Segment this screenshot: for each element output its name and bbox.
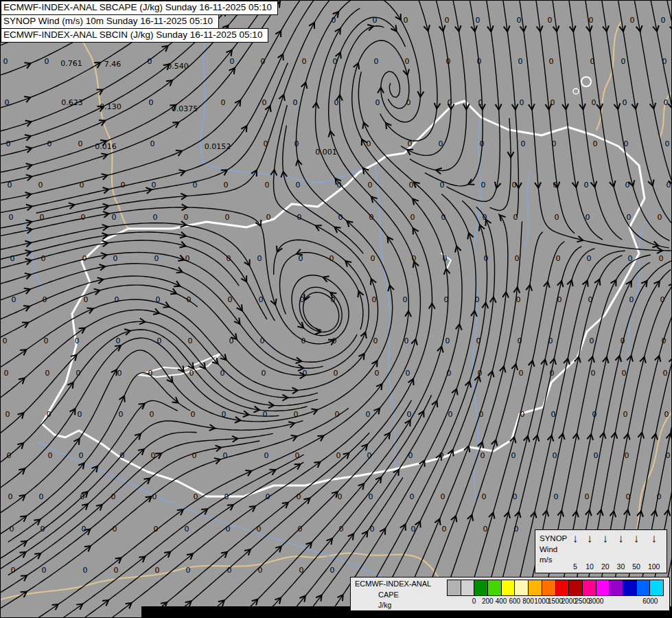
station-value-zero: 0 [658, 213, 662, 222]
station-value-zero: 0 [302, 57, 307, 66]
wind-arrow-icon: ↓ [618, 533, 624, 545]
wind-legend-labels: SYNOP Wind m/s [535, 530, 568, 573]
station-value-zero: 0 [590, 336, 594, 345]
cape-color-cell [649, 580, 664, 596]
streamline [1, 285, 198, 341]
cape-color-cell [582, 580, 596, 596]
station-value-zero: 0 [114, 566, 119, 575]
cape-legend-labels: ECMWF-INDEX-ANAL CAPE J/kg [351, 577, 445, 610]
cape-color-cell [609, 580, 623, 596]
station-value-zero: 0 [623, 98, 627, 107]
station-value-zero: 0 [225, 213, 230, 222]
station-value-zero: 0 [481, 181, 486, 190]
wind-arrow-icon: ↓ [572, 533, 579, 545]
station-value-zero: 0 [224, 181, 229, 190]
country-border [596, 23, 621, 130]
cape-color-cell [623, 580, 637, 596]
station-value-zero: 0 [12, 295, 16, 304]
cape-tick-label: 800 [522, 597, 534, 605]
streamline [1, 338, 279, 492]
station-value-zero: 0 [221, 98, 226, 107]
wind-arrow-icon: ↓ [634, 533, 640, 545]
wind-speed-entry: ↓100 [648, 533, 660, 571]
station-value-zero: 0 [84, 295, 89, 304]
cape-color-cell [501, 580, 515, 596]
streamline [535, 1, 575, 233]
cape-color-cell [474, 580, 488, 596]
streamline [413, 221, 522, 618]
station-value: 0.001 [315, 148, 337, 157]
station-value-zero: 0 [334, 369, 338, 378]
streamline [280, 253, 363, 330]
station-value-zero: 0 [230, 57, 235, 66]
station-value-zero: 0 [664, 98, 669, 107]
streamline [1, 240, 239, 286]
station-value-zero: 0 [517, 16, 522, 25]
station-value-zero: 0 [191, 410, 196, 419]
station-value-zero: 0 [374, 57, 379, 66]
station-value-zero: 0 [4, 369, 9, 378]
cape-tick-label: 600 [509, 597, 520, 605]
cape-scale-ticks: 0200400600800100015002000250030006000 [447, 596, 664, 607]
wind-speed-entry: ↓30 [617, 533, 625, 571]
station-value-zero: 0 [296, 181, 301, 190]
station-value-zero: 0 [75, 336, 80, 345]
station-value-zero: 0 [665, 139, 670, 148]
station-value-zero: 0 [261, 57, 266, 66]
station-value-zero: 0 [480, 451, 485, 460]
station-value-zero: 0 [375, 369, 380, 378]
station-value-zero: 0 [593, 139, 598, 148]
station-value-zero: 0 [297, 492, 301, 501]
station-value-zero: 0 [42, 566, 47, 575]
weather-map-app: 0000000000000000000000000000000000000000… [0, 0, 672, 618]
cape-color-cell [596, 580, 610, 596]
station-value-zero: 0 [518, 57, 523, 66]
flow-arrows-layer [17, 1, 672, 610]
cape-tick-label: 200 [482, 597, 494, 605]
lake [581, 77, 591, 87]
station-value-zero: 0 [10, 254, 15, 263]
station-value-zero: 0 [38, 181, 43, 190]
station-value-zero: 0 [410, 213, 415, 222]
wind-arrow-icon: ↓ [651, 533, 657, 545]
station-value-zero: 0 [621, 57, 626, 66]
station-value-zero: 0 [625, 451, 629, 460]
station-value-zero: 0 [585, 492, 590, 501]
station-value-zero: 0 [336, 451, 341, 460]
station-value-zero: 0 [520, 98, 524, 107]
cape-color-cell [514, 580, 529, 596]
station-value-zero: 0 [155, 566, 160, 575]
cape-legend-parameter: CAPE [355, 591, 445, 599]
station-value-zero: 0 [407, 410, 412, 419]
station-value-zero: 0 [9, 213, 14, 222]
wind-speed-label: 20 [601, 562, 610, 571]
station-value-zero: 0 [404, 16, 408, 25]
title-line-sbcape: ECMWF-INDEX-ANAL SBCAPE (J/kg) Sunday 16… [1, 1, 278, 15]
station-value-zero: 0 [154, 254, 159, 263]
flow-arrow-icon [669, 356, 672, 363]
station-value-zero: 0 [630, 16, 635, 25]
streamline [568, 1, 622, 240]
streamline [8, 401, 178, 542]
station-value-zero: 0 [262, 369, 266, 378]
station-value-zero: 0 [482, 492, 487, 501]
station-value-zero: 0 [113, 525, 117, 534]
station-value-zero: 0 [515, 254, 520, 263]
station-value-zero: 0 [48, 451, 53, 460]
station-value-zero: 0 [521, 139, 526, 148]
river [525, 171, 531, 248]
station-value-zero: 0 [153, 213, 158, 222]
station-value-zero: 0 [45, 369, 50, 378]
station-value-zero: 0 [113, 254, 118, 263]
cape-color-cell [636, 580, 651, 596]
station-value: 7.46 [104, 60, 121, 69]
station-value-zero: 0 [551, 410, 556, 419]
station-value-zero: 0 [553, 451, 557, 460]
station-value-zero: 0 [592, 98, 596, 107]
station-value-zero: 0 [370, 525, 375, 534]
wind-legend-subtitle: Wind [540, 545, 567, 556]
cape-color-cell [487, 580, 502, 596]
station-value-zero: 0 [627, 213, 632, 222]
station-value-zero: 0 [263, 410, 268, 419]
cape-tick-label: 0 [472, 597, 476, 605]
